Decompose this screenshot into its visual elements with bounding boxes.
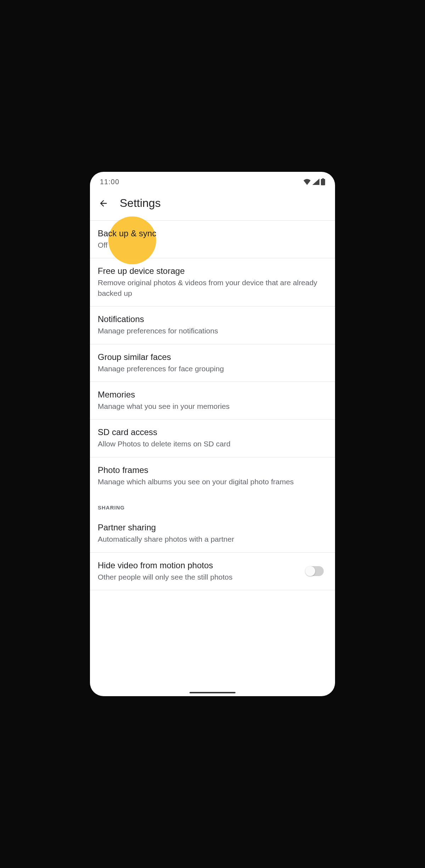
setting-hide-motion-video[interactable]: Hide video from motion photos Other peop… xyxy=(90,553,335,590)
phone-frame: 11:00 Settings xyxy=(85,167,340,701)
setting-title: Photo frames xyxy=(98,465,327,475)
home-indicator[interactable] xyxy=(189,692,236,693)
setting-subtitle: Manage preferences for face grouping xyxy=(98,363,327,374)
setting-title: Hide video from motion photos xyxy=(98,560,306,570)
app-bar: Settings xyxy=(90,190,335,221)
setting-group-faces[interactable]: Group similar faces Manage preferences f… xyxy=(90,344,335,382)
setting-notifications[interactable]: Notifications Manage preferences for not… xyxy=(90,306,335,344)
setting-subtitle: Other people will only see the still pho… xyxy=(98,572,306,582)
side-button xyxy=(340,298,341,316)
side-button xyxy=(340,326,341,358)
status-icons xyxy=(303,178,325,185)
setting-memories[interactable]: Memories Manage what you see in your mem… xyxy=(90,382,335,419)
setting-subtitle: Off xyxy=(98,240,327,250)
phone-screen: 11:00 Settings xyxy=(90,172,335,696)
section-header-sharing: SHARING xyxy=(90,495,335,515)
setting-title: Notifications xyxy=(98,314,327,324)
wifi-icon xyxy=(303,179,311,185)
setting-photo-frames[interactable]: Photo frames Manage which albums you see… xyxy=(90,457,335,495)
setting-free-storage[interactable]: Free up device storage Remove original p… xyxy=(90,258,335,306)
settings-list: Back up & sync Off Free up device storag… xyxy=(90,221,335,590)
arrow-back-icon xyxy=(98,198,108,208)
setting-subtitle: Manage what you see in your memories xyxy=(98,401,327,411)
setting-title: Free up device storage xyxy=(98,266,327,276)
status-time: 11:00 xyxy=(100,178,119,186)
side-button xyxy=(340,415,341,434)
setting-sd-card[interactable]: SD card access Allow Photos to delete it… xyxy=(90,419,335,457)
setting-subtitle: Automatically share photos with a partne… xyxy=(98,534,327,544)
cellular-icon xyxy=(312,179,319,185)
setting-partner-sharing[interactable]: Partner sharing Automatically share phot… xyxy=(90,515,335,552)
battery-icon xyxy=(321,178,325,185)
page-title: Settings xyxy=(120,197,161,210)
svg-rect-0 xyxy=(321,179,325,185)
setting-title: SD card access xyxy=(98,427,327,437)
back-button[interactable] xyxy=(97,197,110,210)
setting-subtitle: Manage preferences for notifications xyxy=(98,326,327,336)
setting-backup-sync[interactable]: Back up & sync Off xyxy=(90,221,335,258)
setting-subtitle: Remove original photos & videos from you… xyxy=(98,277,327,298)
setting-title: Group similar faces xyxy=(98,352,327,362)
setting-title: Partner sharing xyxy=(98,523,327,532)
toggle-knob xyxy=(305,566,315,576)
status-bar: 11:00 xyxy=(90,172,335,190)
setting-title: Back up & sync xyxy=(98,229,327,238)
setting-subtitle: Allow Photos to delete items on SD card xyxy=(98,439,327,449)
setting-subtitle: Manage which albums you see on your digi… xyxy=(98,477,327,487)
side-button xyxy=(340,369,341,401)
setting-title: Memories xyxy=(98,390,327,400)
toggle-switch[interactable] xyxy=(306,566,324,576)
svg-rect-1 xyxy=(322,178,324,179)
